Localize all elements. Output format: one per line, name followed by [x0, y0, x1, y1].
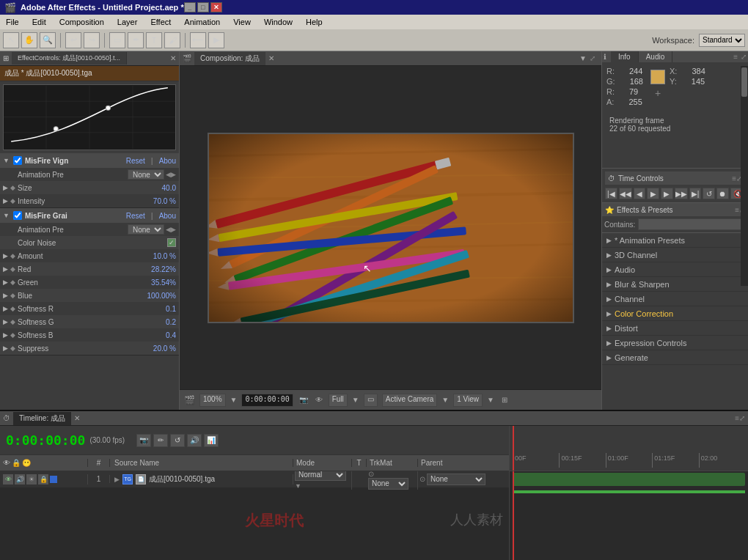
- layer-visibility-toggle[interactable]: 👁: [3, 474, 13, 485]
- timeline-expand[interactable]: ⤢: [739, 414, 745, 422]
- composition-view[interactable]: ↖: [180, 66, 601, 389]
- toolbar-rect[interactable]: ▭: [109, 32, 125, 48]
- tc-first-frame[interactable]: |◀: [605, 188, 617, 199]
- vign-size-value[interactable]: 40.0: [162, 184, 176, 192]
- toolbar-text[interactable]: T: [146, 32, 162, 48]
- effect-controls-tab[interactable]: EffectControls: 成品[0010-0050].t...: [12, 52, 127, 65]
- menu-composition[interactable]: Composition: [56, 16, 107, 28]
- ep-item-channel[interactable]: ▶ Channel: [602, 292, 748, 306]
- comp-view-count-select[interactable]: 1 View: [453, 394, 483, 407]
- comp-view-select[interactable]: Active Camera: [382, 394, 438, 407]
- info-menu[interactable]: ≡: [732, 51, 739, 62]
- softness-g-value[interactable]: 0.2: [166, 318, 176, 326]
- ep-item-expression-controls[interactable]: ▶ Expression Controls: [602, 336, 748, 350]
- toolbar-select[interactable]: ↖: [3, 32, 19, 48]
- vign-enable[interactable]: [13, 156, 22, 165]
- tc-next-frame[interactable]: ▶▶: [675, 188, 688, 199]
- close-button[interactable]: ✕: [210, 2, 222, 12]
- timeline-tab-close[interactable]: ✕: [74, 414, 80, 422]
- work-area-bar[interactable]: [513, 490, 745, 493]
- comp-menu[interactable]: ▼: [579, 54, 587, 62]
- grain-expand[interactable]: ▼: [3, 212, 10, 219]
- layer-expand-btn[interactable]: ▶: [114, 476, 120, 483]
- tl-audio-btn[interactable]: 🔊: [187, 434, 202, 447]
- toolbar-zoom[interactable]: 🔍: [40, 32, 56, 48]
- comp-quality-select[interactable]: Full: [329, 394, 348, 407]
- suppress-value[interactable]: 20.0 %: [153, 345, 176, 353]
- grain-enable[interactable]: [13, 211, 22, 220]
- tc-last-frame[interactable]: ▶|: [689, 188, 702, 199]
- layer-label[interactable]: [50, 476, 57, 483]
- maximize-button[interactable]: □: [197, 2, 209, 12]
- comp-region-btn[interactable]: ▭: [364, 394, 378, 407]
- color-noise-checkbox[interactable]: ✓: [167, 238, 176, 247]
- comp-timecode[interactable]: 0:00:00:00: [241, 394, 293, 407]
- vign-anim-pre-select[interactable]: None: [128, 169, 164, 180]
- vign-about[interactable]: Abou: [159, 157, 176, 165]
- comp-expand[interactable]: ⤢: [590, 54, 595, 62]
- grain-about[interactable]: Abou: [159, 212, 176, 220]
- toolbar-hand[interactable]: ✋: [21, 32, 37, 48]
- layer-trkmat-select[interactable]: None: [368, 478, 408, 490]
- menu-edit[interactable]: Edit: [29, 16, 49, 28]
- toolbar-play[interactable]: ▶: [208, 32, 224, 48]
- toolbar-move[interactable]: ⟵: [190, 32, 206, 48]
- minimize-button[interactable]: _: [184, 2, 196, 12]
- vign-reset[interactable]: Reset: [126, 157, 145, 165]
- ep-item-distort[interactable]: ▶ Distort: [602, 321, 748, 336]
- comp-snapshot-btn[interactable]: 📷: [299, 396, 308, 404]
- info-expand[interactable]: ⤢: [739, 51, 748, 62]
- comp-show-snapshot[interactable]: 👁: [315, 396, 323, 404]
- comp-grid-btn[interactable]: ⊞: [502, 396, 507, 404]
- tc-record[interactable]: ⏺: [716, 188, 729, 199]
- menu-effect[interactable]: Effect: [147, 16, 174, 28]
- menu-view[interactable]: View: [230, 16, 254, 28]
- panel-close[interactable]: ✕: [170, 54, 176, 62]
- vign-expand[interactable]: ▼: [3, 157, 10, 164]
- tc-loop[interactable]: ↺: [703, 188, 715, 199]
- window-controls[interactable]: _ □ ✕: [184, 2, 222, 12]
- toolbar-brush[interactable]: 🖌: [164, 32, 180, 48]
- ep-item-blur-sharpen[interactable]: ▶ Blur & Sharpen: [602, 277, 748, 292]
- ep-item-generate[interactable]: ▶ Generate: [602, 350, 748, 365]
- blue-value[interactable]: 100.00%: [147, 292, 176, 300]
- red-value[interactable]: 28.22%: [151, 265, 176, 273]
- softness-b-value[interactable]: 0.4: [166, 331, 176, 339]
- menu-file[interactable]: File: [3, 16, 22, 28]
- tl-draft-btn[interactable]: ✏: [153, 434, 168, 447]
- audio-tab[interactable]: Audio: [639, 51, 673, 62]
- timeline-tab[interactable]: Timeline: 成品: [13, 412, 71, 425]
- toolbar-pen[interactable]: ✒: [128, 32, 144, 48]
- toolbar-redo[interactable]: ↪: [84, 32, 100, 48]
- ep-search-input[interactable]: [638, 218, 746, 230]
- tc-prev-frame[interactable]: ◀◀: [619, 188, 632, 199]
- layer-mode-select[interactable]: Normal: [295, 471, 346, 481]
- comp-tab-close[interactable]: ✕: [268, 54, 274, 62]
- menu-animation[interactable]: Animation: [181, 16, 223, 28]
- menu-layer[interactable]: Layer: [114, 16, 141, 28]
- playhead[interactable]: [513, 426, 514, 471]
- ep-item-3d-channel[interactable]: ▶ 3D Channel: [602, 248, 748, 262]
- menu-help[interactable]: Help: [303, 16, 326, 28]
- workspace-select[interactable]: Standard: [699, 34, 745, 47]
- track-area[interactable]: [510, 471, 748, 560]
- comp-tab[interactable]: Composition: 成品: [194, 52, 265, 65]
- menu-window[interactable]: Window: [261, 16, 296, 28]
- layer-solo-toggle[interactable]: ☀: [26, 474, 37, 485]
- comp-zoom-select[interactable]: 100%: [199, 394, 226, 407]
- tl-snapshot-btn[interactable]: 📷: [136, 434, 151, 447]
- grain-anim-btn[interactable]: ◀▶: [166, 226, 176, 233]
- tl-chart-btn[interactable]: 📊: [204, 434, 219, 447]
- ep-item-color-correction[interactable]: ▶ Color Correction: [602, 306, 748, 321]
- green-value[interactable]: 35.54%: [151, 279, 176, 287]
- amount-value[interactable]: 10.0 %: [153, 252, 176, 260]
- layer-audio-toggle[interactable]: 🔊: [15, 474, 25, 485]
- softness-r-value[interactable]: 0.1: [166, 305, 176, 313]
- tc-play[interactable]: ▶: [647, 188, 659, 199]
- tc-step-fwd[interactable]: ▶: [661, 188, 673, 199]
- layer-parent-select[interactable]: None: [427, 474, 485, 485]
- tl-loop-btn[interactable]: ↺: [170, 434, 185, 447]
- timeline-timecode[interactable]: 0:00:00:00: [6, 432, 85, 448]
- ep-item-audio[interactable]: ▶ Audio: [602, 262, 748, 277]
- info-tab[interactable]: Info: [611, 51, 639, 62]
